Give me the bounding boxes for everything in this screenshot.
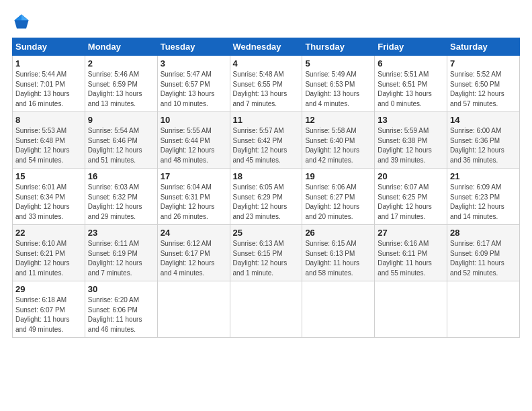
calendar-cell: 19Sunrise: 6:06 AM Sunset: 6:27 PM Dayli…	[302, 169, 375, 225]
day-detail: Sunrise: 6:16 AM Sunset: 6:11 PM Dayligh…	[378, 239, 444, 278]
calendar-cell: 27Sunrise: 6:16 AM Sunset: 6:11 PM Dayli…	[375, 225, 447, 281]
day-number: 19	[305, 171, 371, 181]
calendar-cell: 18Sunrise: 6:05 AM Sunset: 6:29 PM Dayli…	[230, 169, 302, 225]
day-number: 30	[88, 284, 154, 294]
calendar-cell: 21Sunrise: 6:09 AM Sunset: 6:23 PM Dayli…	[447, 169, 520, 225]
day-detail: Sunrise: 6:06 AM Sunset: 6:27 PM Dayligh…	[305, 183, 371, 222]
day-number: 18	[233, 171, 300, 181]
day-detail: Sunrise: 5:48 AM Sunset: 6:55 PM Dayligh…	[233, 70, 300, 109]
weekday-header: Friday	[375, 38, 447, 56]
day-detail: Sunrise: 5:57 AM Sunset: 6:42 PM Dayligh…	[233, 126, 300, 165]
calendar-cell	[157, 281, 230, 338]
calendar-header: SundayMondayTuesdayWednesdayThursdayFrid…	[13, 38, 520, 56]
day-detail: Sunrise: 6:13 AM Sunset: 6:15 PM Dayligh…	[233, 239, 300, 278]
calendar-cell	[302, 281, 375, 338]
day-number: 10	[161, 115, 227, 125]
calendar-week-row: 22Sunrise: 6:10 AM Sunset: 6:21 PM Dayli…	[13, 225, 520, 281]
calendar-cell: 25Sunrise: 6:13 AM Sunset: 6:15 PM Dayli…	[230, 225, 302, 281]
calendar-cell: 1Sunrise: 5:44 AM Sunset: 7:01 PM Daylig…	[13, 56, 85, 112]
calendar-cell	[447, 281, 520, 338]
calendar-cell: 17Sunrise: 6:04 AM Sunset: 6:31 PM Dayli…	[157, 169, 230, 225]
day-number: 7	[450, 58, 517, 68]
calendar-cell	[230, 281, 302, 338]
day-detail: Sunrise: 5:44 AM Sunset: 7:01 PM Dayligh…	[15, 70, 82, 109]
calendar-cell: 14Sunrise: 6:00 AM Sunset: 6:36 PM Dayli…	[447, 112, 520, 169]
day-number: 16	[88, 171, 154, 181]
calendar-cell: 15Sunrise: 6:01 AM Sunset: 6:34 PM Dayli…	[13, 169, 85, 225]
day-number: 12	[305, 115, 371, 125]
day-number: 21	[450, 171, 517, 181]
calendar-week-row: 8Sunrise: 5:53 AM Sunset: 6:48 PM Daylig…	[13, 112, 520, 169]
day-number: 15	[15, 171, 82, 181]
day-detail: Sunrise: 6:11 AM Sunset: 6:19 PM Dayligh…	[88, 239, 154, 278]
calendar-cell: 23Sunrise: 6:11 AM Sunset: 6:19 PM Dayli…	[85, 225, 157, 281]
calendar-cell: 13Sunrise: 5:59 AM Sunset: 6:38 PM Dayli…	[375, 112, 447, 169]
calendar-cell	[375, 281, 447, 338]
weekday-header: Monday	[85, 38, 157, 56]
weekday-header: Thursday	[302, 38, 375, 56]
calendar-week-row: 15Sunrise: 6:01 AM Sunset: 6:34 PM Dayli…	[13, 169, 520, 225]
day-number: 28	[450, 228, 517, 238]
day-number: 1	[15, 58, 82, 68]
svg-marker-1	[21, 15, 29, 21]
day-detail: Sunrise: 6:10 AM Sunset: 6:21 PM Dayligh…	[15, 239, 82, 278]
day-detail: Sunrise: 5:59 AM Sunset: 6:38 PM Dayligh…	[378, 126, 444, 165]
day-number: 27	[378, 228, 444, 238]
calendar-week-row: 29Sunrise: 6:18 AM Sunset: 6:07 PM Dayli…	[13, 281, 520, 338]
calendar-cell: 9Sunrise: 5:54 AM Sunset: 6:46 PM Daylig…	[85, 112, 157, 169]
day-detail: Sunrise: 6:20 AM Sunset: 6:06 PM Dayligh…	[88, 295, 154, 334]
day-number: 4	[233, 58, 300, 68]
weekday-header: Tuesday	[157, 38, 230, 56]
day-number: 6	[378, 58, 444, 68]
day-number: 17	[161, 171, 227, 181]
day-detail: Sunrise: 6:01 AM Sunset: 6:34 PM Dayligh…	[15, 183, 82, 222]
calendar-cell: 16Sunrise: 6:03 AM Sunset: 6:32 PM Dayli…	[85, 169, 157, 225]
day-detail: Sunrise: 6:04 AM Sunset: 6:31 PM Dayligh…	[161, 183, 227, 222]
day-number: 29	[15, 284, 82, 294]
day-number: 11	[233, 115, 300, 125]
logo	[12, 12, 34, 31]
day-detail: Sunrise: 5:55 AM Sunset: 6:44 PM Dayligh…	[161, 126, 227, 165]
day-number: 14	[450, 115, 517, 125]
day-number: 2	[88, 58, 154, 68]
day-detail: Sunrise: 6:12 AM Sunset: 6:17 PM Dayligh…	[161, 239, 227, 278]
day-number: 8	[15, 115, 82, 125]
day-detail: Sunrise: 5:49 AM Sunset: 6:53 PM Dayligh…	[305, 70, 371, 109]
day-detail: Sunrise: 5:47 AM Sunset: 6:57 PM Dayligh…	[161, 70, 227, 109]
day-number: 23	[88, 228, 154, 238]
day-number: 13	[378, 115, 444, 125]
day-number: 22	[15, 228, 82, 238]
day-detail: Sunrise: 5:54 AM Sunset: 6:46 PM Dayligh…	[88, 126, 154, 165]
logo-icon	[12, 12, 31, 31]
calendar-body: 1Sunrise: 5:44 AM Sunset: 7:01 PM Daylig…	[13, 56, 520, 338]
day-number: 5	[305, 58, 371, 68]
calendar-cell: 4Sunrise: 5:48 AM Sunset: 6:55 PM Daylig…	[230, 56, 302, 112]
day-detail: Sunrise: 6:03 AM Sunset: 6:32 PM Dayligh…	[88, 183, 154, 222]
day-detail: Sunrise: 6:15 AM Sunset: 6:13 PM Dayligh…	[305, 239, 371, 278]
calendar-cell: 12Sunrise: 5:58 AM Sunset: 6:40 PM Dayli…	[302, 112, 375, 169]
calendar-week-row: 1Sunrise: 5:44 AM Sunset: 7:01 PM Daylig…	[13, 56, 520, 112]
day-detail: Sunrise: 6:09 AM Sunset: 6:23 PM Dayligh…	[450, 183, 517, 222]
page: SundayMondayTuesdayWednesdayThursdayFrid…	[0, 0, 532, 411]
day-detail: Sunrise: 6:00 AM Sunset: 6:36 PM Dayligh…	[450, 126, 517, 165]
day-number: 9	[88, 115, 154, 125]
header	[12, 12, 520, 31]
day-detail: Sunrise: 6:18 AM Sunset: 6:07 PM Dayligh…	[15, 295, 82, 334]
calendar-cell: 11Sunrise: 5:57 AM Sunset: 6:42 PM Dayli…	[230, 112, 302, 169]
day-detail: Sunrise: 6:07 AM Sunset: 6:25 PM Dayligh…	[378, 183, 444, 222]
day-detail: Sunrise: 5:51 AM Sunset: 6:51 PM Dayligh…	[378, 70, 444, 109]
day-detail: Sunrise: 5:46 AM Sunset: 6:59 PM Dayligh…	[88, 70, 154, 109]
weekday-row: SundayMondayTuesdayWednesdayThursdayFrid…	[13, 38, 520, 56]
calendar-cell: 5Sunrise: 5:49 AM Sunset: 6:53 PM Daylig…	[302, 56, 375, 112]
calendar-cell: 30Sunrise: 6:20 AM Sunset: 6:06 PM Dayli…	[85, 281, 157, 338]
calendar-cell: 7Sunrise: 5:52 AM Sunset: 6:50 PM Daylig…	[447, 56, 520, 112]
day-number: 26	[305, 228, 371, 238]
calendar-cell: 3Sunrise: 5:47 AM Sunset: 6:57 PM Daylig…	[157, 56, 230, 112]
weekday-header: Sunday	[13, 38, 85, 56]
weekday-header: Saturday	[447, 38, 520, 56]
day-number: 3	[161, 58, 227, 68]
calendar-cell: 22Sunrise: 6:10 AM Sunset: 6:21 PM Dayli…	[13, 225, 85, 281]
day-number: 20	[378, 171, 444, 181]
calendar-cell: 8Sunrise: 5:53 AM Sunset: 6:48 PM Daylig…	[13, 112, 85, 169]
day-number: 24	[161, 228, 227, 238]
